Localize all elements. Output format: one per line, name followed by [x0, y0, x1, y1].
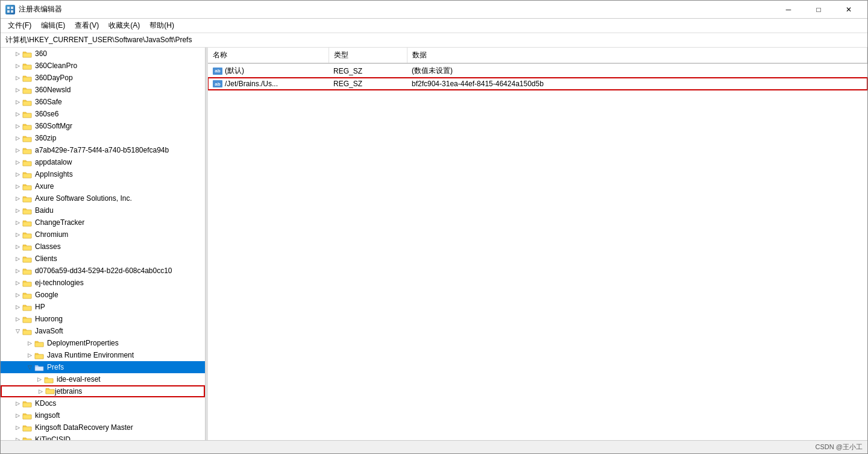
address-bar: 计算机\HKEY_CURRENT_USER\Software\JavaSoft\…	[1, 33, 867, 48]
expand-arrow: ▷	[13, 111, 22, 117]
registry-values-table: 名称 类型 数据 ab (默认) REG_SZ	[208, 48, 867, 90]
folder-icon	[22, 158, 33, 166]
tree-label: d0706a59-dd34-5294-b22d-608c4ab0cc10	[35, 266, 172, 275]
tree-label: appdatalow	[35, 158, 72, 166]
tree-item-360se6[interactable]: ▷ 360se6	[1, 108, 205, 120]
tree-label: 360Newsld	[35, 86, 71, 94]
tree-item-classes[interactable]: ▷ Classes	[1, 241, 205, 253]
table-row[interactable]: ab (默认) REG_SZ (数值未设置)	[208, 63, 867, 78]
expand-arrow: ▷	[13, 147, 22, 153]
tree-item-baidu[interactable]: ▷ Baidu	[1, 204, 205, 216]
tree-item-a7ab429e[interactable]: ▷ a7ab429e-7a77-54f4-a740-b5180efca94b	[1, 144, 205, 156]
menu-favorites[interactable]: 收藏夹(A)	[104, 19, 145, 32]
svg-rect-3	[11, 10, 13, 13]
tree-item-javasoft[interactable]: ▽ JavaSoft	[1, 325, 205, 337]
expand-arrow: ▷	[36, 388, 45, 394]
folder-icon	[22, 194, 33, 203]
tree-item-appdatalow[interactable]: ▷ appdatalow	[1, 156, 205, 168]
tree-item-axure[interactable]: ▷ Axure	[1, 180, 205, 192]
row-name-cell: ab /Jet/Brains./Us...	[208, 78, 329, 90]
tree-panel[interactable]: ▷ 360 ▷ 360CleanPro	[1, 48, 206, 440]
expand-arrow: ▷	[13, 207, 22, 213]
menu-file[interactable]: 文件(F)	[3, 19, 36, 32]
folder-icon	[22, 146, 33, 154]
folder-icon	[22, 134, 33, 142]
col-type-header: 类型	[329, 48, 407, 63]
tree-item-jre[interactable]: ▷ Java Runtime Environment	[1, 349, 205, 361]
app-icon	[5, 5, 15, 14]
menu-view[interactable]: 查看(V)	[70, 19, 104, 32]
expand-arrow: ▷	[13, 219, 22, 225]
tree-label: ChangeTracker	[35, 218, 84, 227]
folder-icon	[22, 86, 33, 94]
tree-item-ide-eval-reset[interactable]: ▷ ide-eval-reset	[1, 373, 205, 385]
expand-arrow: ▽	[25, 364, 34, 370]
table-row-highlighted[interactable]: ab /Jet/Brains./Us... REG_SZ bf2fc904-31…	[208, 78, 867, 90]
tree-item-jetbrains[interactable]: ▷ jetbrains	[1, 385, 205, 397]
folder-icon	[34, 363, 45, 371]
folder-icon	[34, 339, 45, 347]
col-name-header: 名称	[208, 48, 329, 63]
tree-item-appinsights[interactable]: ▷ AppInsights	[1, 168, 205, 180]
tree-item-ej-technologies[interactable]: ▷ ej-technologies	[1, 277, 205, 289]
tree-item-prefs[interactable]: ▽ Prefs	[1, 361, 205, 373]
tree-item-hp[interactable]: ▷ HP	[1, 301, 205, 313]
tree-item-changetracker[interactable]: ▷ ChangeTracker	[1, 216, 205, 229]
expand-arrow: ▽	[13, 328, 22, 334]
tree-label: KDocs	[35, 399, 56, 408]
tree-label: Classes	[35, 242, 61, 251]
tree-item-d0706a59[interactable]: ▷ d0706a59-dd34-5294-b22d-608c4ab0cc10	[1, 265, 205, 277]
expand-arrow: ▷	[13, 412, 22, 418]
type-icon-ab: ab	[213, 80, 222, 87]
tree-item-360newsld[interactable]: ▷ 360Newsld	[1, 84, 205, 96]
tree-item-deploymentproperties[interactable]: ▷ DeploymentProperties	[1, 337, 205, 349]
expand-arrow: ▷	[13, 316, 22, 322]
menu-help[interactable]: 帮助(H)	[145, 19, 179, 32]
folder-icon	[22, 242, 33, 251]
tree-label: Huorong	[35, 315, 63, 323]
tree-label: 360Safe	[35, 98, 62, 106]
expand-arrow: ▷	[13, 424, 22, 430]
tree-item-360daypop[interactable]: ▷ 360DayPop	[1, 72, 205, 84]
maximize-button[interactable]: □	[805, 1, 832, 19]
tree-item-360safe[interactable]: ▷ 360Safe	[1, 96, 205, 108]
folder-icon	[22, 291, 33, 299]
expand-arrow: ▷	[13, 99, 22, 105]
tree-item-kitincisid[interactable]: ▷ KiTinCISID	[1, 434, 205, 440]
tree-label: Axure	[35, 182, 54, 191]
folder-icon	[22, 61, 33, 70]
tree-label: AppInsights	[35, 170, 73, 178]
row-type-cell: REG_SZ	[329, 63, 407, 78]
tree-item-axuresoftware[interactable]: ▷ Axure Software Solutions, Inc.	[1, 192, 205, 204]
folder-icon	[22, 49, 33, 58]
tree-item-360softmgr[interactable]: ▷ 360SoftMgr	[1, 120, 205, 132]
tree-item-google[interactable]: ▷ Google	[1, 289, 205, 301]
row-name-value: (默认)	[225, 66, 244, 76]
expand-arrow: ▷	[13, 63, 22, 69]
tree-item-kingsoft-datarecovery[interactable]: ▷ Kingsoft DataRecovery Master	[1, 421, 205, 434]
menu-edit[interactable]: 编辑(E)	[36, 19, 70, 32]
tree-item-clients[interactable]: ▷ Clients	[1, 253, 205, 265]
expand-arrow: ▷	[13, 135, 22, 141]
tree-item-360cleanpro[interactable]: ▷ 360CleanPro	[1, 60, 205, 72]
expand-arrow: ▷	[13, 292, 22, 298]
row-data-cell: bf2fc904-31ea-44ef-8415-46424a150d5b	[407, 78, 867, 90]
expand-arrow: ▷	[13, 268, 22, 274]
tree-item-kingsoft[interactable]: ▷ kingsoft	[1, 409, 205, 421]
folder-icon	[22, 182, 33, 191]
folder-icon	[22, 98, 33, 106]
tree-label: 360CleanPro	[35, 61, 77, 70]
tree-label: 360DayPop	[35, 74, 73, 82]
tree-item-360[interactable]: ▷ 360	[1, 48, 205, 60]
tree-item-huorong[interactable]: ▷ Huorong	[1, 313, 205, 325]
close-button[interactable]: ✕	[835, 1, 863, 19]
tree-item-360zip[interactable]: ▷ 360zip	[1, 132, 205, 144]
title-bar: 注册表编辑器 ─ □ ✕	[1, 1, 867, 19]
expand-arrow: ▷	[25, 352, 34, 358]
tree-item-chromium[interactable]: ▷ Chromium	[1, 229, 205, 241]
minimize-button[interactable]: ─	[775, 1, 802, 19]
tree-item-kdocs[interactable]: ▷ KDocs	[1, 397, 205, 409]
expand-arrow: ▷	[13, 280, 22, 286]
expand-arrow: ▷	[13, 244, 22, 250]
tree-label: DeploymentProperties	[47, 339, 119, 347]
